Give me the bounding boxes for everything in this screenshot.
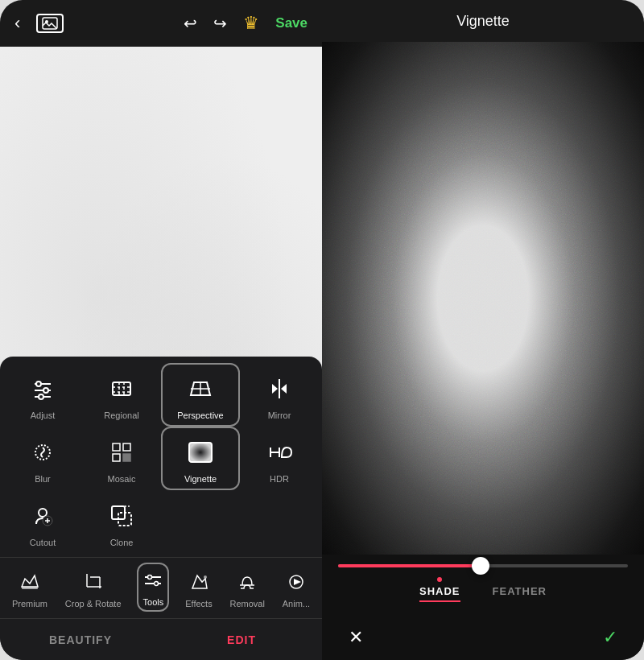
anim-icon bbox=[283, 569, 309, 595]
tool-vignette[interactable]: Vignette bbox=[161, 427, 240, 490]
tools-label: Tools bbox=[143, 597, 164, 607]
svg-point-41 bbox=[204, 575, 207, 579]
edit-nav-item[interactable]: EDIT bbox=[161, 619, 322, 660]
tool-mirror[interactable]: Mirror bbox=[240, 363, 319, 427]
shade-tab[interactable]: SHADE bbox=[419, 585, 460, 602]
cancel-icon: ✕ bbox=[349, 627, 363, 648]
adjust-icon bbox=[25, 371, 60, 406]
vignette-title: Vignette bbox=[456, 13, 510, 30]
svg-point-7 bbox=[39, 394, 43, 399]
svg-point-40 bbox=[155, 582, 159, 586]
redo-button[interactable]: ↪ bbox=[213, 14, 227, 33]
svg-marker-17 bbox=[281, 384, 287, 394]
right-bottom-bar: ✕ ✓ bbox=[322, 615, 644, 660]
svg-rect-8 bbox=[113, 382, 130, 395]
tool-adjust[interactable]: Adjust bbox=[3, 363, 82, 427]
confirm-icon: ✓ bbox=[603, 627, 617, 648]
nav-anim[interactable]: Anim... bbox=[281, 566, 312, 612]
canvas-area: Adjust Regional bbox=[0, 47, 322, 660]
hdr-icon bbox=[262, 435, 297, 470]
nav-effects[interactable]: Effects bbox=[184, 566, 213, 612]
anim-label: Anim... bbox=[283, 599, 310, 608]
right-header: Vignette bbox=[322, 0, 644, 42]
hdr-label: HDR bbox=[270, 474, 289, 484]
nav-crop-rotate[interactable]: Crop & Rotate bbox=[64, 566, 123, 612]
svg-rect-20 bbox=[123, 443, 130, 451]
undo-button[interactable]: ↩ bbox=[184, 14, 197, 33]
crop-icon bbox=[80, 569, 106, 595]
vignette-canvas bbox=[322, 42, 644, 555]
shade-tab-container[interactable]: SHADE bbox=[419, 577, 460, 602]
mosaic-icon bbox=[104, 435, 139, 470]
feather-tab[interactable]: FEATHER bbox=[493, 585, 547, 600]
svg-marker-16 bbox=[272, 384, 278, 394]
slider-thumb[interactable] bbox=[472, 557, 489, 575]
clone-icon bbox=[104, 498, 139, 534]
svg-point-38 bbox=[148, 575, 152, 580]
svg-rect-32 bbox=[22, 587, 38, 589]
regional-icon bbox=[104, 371, 139, 406]
tools-grid: Adjust Regional bbox=[0, 357, 322, 557]
vignette-icon bbox=[183, 435, 218, 470]
cancel-button[interactable]: ✕ bbox=[341, 623, 370, 652]
shade-dot bbox=[437, 577, 442, 582]
left-header: ‹ ↩ ↪ ♛ Save bbox=[0, 0, 322, 47]
save-button[interactable]: Save bbox=[275, 15, 308, 31]
premium-icon bbox=[17, 569, 43, 595]
beautify-nav-item[interactable]: BEAUTIFY bbox=[0, 619, 161, 660]
cutout-icon bbox=[25, 498, 60, 534]
svg-rect-24 bbox=[189, 443, 212, 462]
tool-cutout[interactable]: Cutout bbox=[3, 490, 82, 554]
crown-icon: ♛ bbox=[243, 13, 259, 34]
nav-tools[interactable]: Tools bbox=[137, 563, 169, 612]
feather-tab-container[interactable]: FEATHER bbox=[493, 577, 547, 602]
cutout-label: Cutout bbox=[30, 538, 56, 547]
nav-premium[interactable]: Premium bbox=[10, 566, 49, 612]
mirror-icon bbox=[262, 371, 297, 406]
vignette-noise bbox=[322, 42, 644, 555]
svg-rect-19 bbox=[113, 443, 120, 451]
tool-perspective[interactable]: Perspective bbox=[161, 363, 240, 427]
bottom-nav: BEAUTIFY EDIT bbox=[0, 618, 322, 660]
slider-fill bbox=[338, 564, 477, 567]
tools-icon bbox=[140, 567, 166, 593]
right-panel: Vignette SHADE FEATHER ✕ ✓ bbox=[322, 0, 644, 660]
svg-point-5 bbox=[43, 388, 48, 393]
svg-rect-21 bbox=[113, 454, 120, 461]
effects-icon bbox=[186, 569, 212, 595]
header-left-group: ‹ bbox=[14, 14, 64, 33]
header-right-group: ↩ ↪ ♛ Save bbox=[184, 13, 308, 34]
perspective-label: Perspective bbox=[177, 410, 223, 420]
clone-label: Clone bbox=[110, 538, 134, 547]
confirm-button[interactable]: ✓ bbox=[596, 623, 625, 652]
effects-label: Effects bbox=[185, 599, 212, 608]
svg-point-25 bbox=[39, 509, 47, 517]
blur-icon bbox=[25, 435, 60, 470]
removal-icon bbox=[234, 569, 260, 595]
crop-rotate-label: Crop & Rotate bbox=[65, 599, 122, 608]
left-panel: ‹ ↩ ↪ ♛ Save bbox=[0, 0, 322, 660]
premium-label: Premium bbox=[12, 599, 47, 608]
mosaic-label: Mosaic bbox=[108, 474, 136, 484]
adjust-label: Adjust bbox=[31, 410, 56, 420]
svg-rect-22 bbox=[123, 454, 130, 461]
nav-removal[interactable]: Removal bbox=[229, 566, 266, 612]
tool-clone[interactable]: Clone bbox=[82, 490, 161, 554]
shade-feather-tabs: SHADE FEATHER bbox=[338, 577, 628, 602]
tool-blur[interactable]: Blur bbox=[3, 427, 82, 490]
beautify-label: BEAUTIFY bbox=[49, 633, 112, 646]
regional-label: Regional bbox=[104, 410, 138, 420]
mirror-label: Mirror bbox=[268, 410, 291, 420]
slider-track[interactable] bbox=[338, 564, 628, 567]
blur-label: Blur bbox=[35, 474, 51, 484]
tool-mosaic[interactable]: Mosaic bbox=[82, 427, 161, 490]
tool-regional[interactable]: Regional bbox=[82, 363, 161, 427]
back-button[interactable]: ‹ bbox=[14, 14, 20, 32]
tool-hdr[interactable]: HDR bbox=[240, 427, 319, 490]
gallery-icon[interactable] bbox=[36, 14, 64, 33]
tools-overlay: Adjust Regional bbox=[0, 357, 322, 660]
perspective-icon bbox=[183, 371, 218, 406]
slider-area: SHADE FEATHER bbox=[322, 555, 644, 615]
removal-label: Removal bbox=[230, 599, 265, 608]
svg-point-3 bbox=[36, 382, 41, 386]
